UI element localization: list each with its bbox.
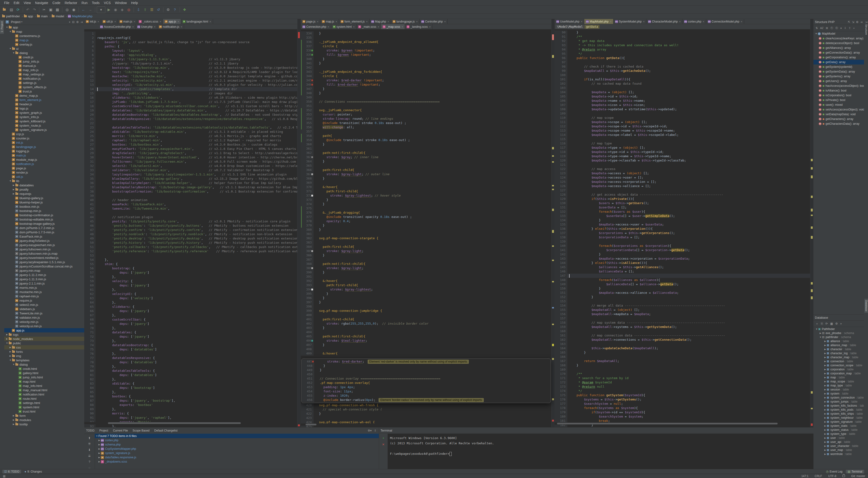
- expanded-arrow-icon[interactable]: ▼: [12, 363, 15, 365]
- tree-file-map_manual.html[interactable]: Hmap_manual.html: [4, 388, 84, 392]
- code-line-375[interactable]: 375: [301, 206, 555, 211]
- code-line-448[interactable]: 448 }: [302, 364, 551, 368]
- toolwindow-button-terminal[interactable]: ▤Terminal: [846, 470, 864, 474]
- code-line-382[interactable]: 382 svg.pf-map-connection-stargate {: [301, 236, 555, 241]
- tree-file-blueimp-helper.js[interactable]: JSblueimp-helper.js: [4, 200, 84, 204]
- code-line-344[interactable]: 344 circle {: [301, 74, 555, 78]
- table-system_neighbour[interactable]: ▶▦system_neighbour: table: [813, 416, 864, 420]
- code-line-97[interactable]: 97: [555, 60, 813, 64]
- code-line-94[interactable]: 94 * @return array: [555, 47, 813, 52]
- collapsed-arrow-icon[interactable]: ▶: [824, 388, 827, 391]
- scrollbar-thumb[interactable]: [306, 424, 316, 425]
- run-coverage-icon[interactable]: ◍: [126, 7, 132, 13]
- line-number[interactable]: 159: [555, 325, 567, 329]
- line-number[interactable]: 54: [84, 258, 95, 262]
- line-number[interactable]: 160: [555, 329, 567, 333]
- code-line-356[interactable]: 356 will-change: all;: [301, 125, 555, 129]
- structure-tool-icon[interactable]: ⇧: [848, 27, 851, 30]
- close-icon[interactable]: [328, 25, 329, 28]
- code-line-353[interactable]: 353 cursor: pointer;: [301, 113, 555, 117]
- line-number[interactable]: 83: [84, 382, 95, 386]
- line-number[interactable]: 334: [301, 31, 313, 36]
- code-line-385[interactable]: 385 stroke: $gray-light;: [301, 249, 555, 253]
- tab-page.js[interactable]: JSpage.js: [301, 19, 320, 24]
- tree-folder-templates[interactable]: ▼templates: [4, 358, 84, 362]
- structure-method-clearAccess[interactable]: mclearAccess(clearKeys: array): [813, 36, 864, 41]
- line-number[interactable]: 123: [555, 171, 567, 176]
- code-line-90[interactable]: 90 }: [555, 30, 813, 35]
- line-number[interactable]: 126: [555, 184, 567, 188]
- structure-tool-icon[interactable]: ⇩: [844, 27, 846, 30]
- structure-header-icon[interactable]: ⇲: [852, 21, 854, 24]
- expanded-arrow-icon[interactable]: ▼: [9, 47, 11, 50]
- line-number[interactable]: 363: [301, 155, 313, 159]
- code-line-45[interactable]: 45 pnotify: 'lib/pnotify/pnotify.core', …: [84, 219, 301, 224]
- scrollbar-thumb[interactable]: [557, 423, 778, 424]
- menu-item-edit[interactable]: Edit: [11, 0, 22, 5]
- tree-file-system_route.js[interactable]: JSsystem_route.js: [4, 123, 84, 128]
- tree-file-velocity.min.js[interactable]: 10velocity.min.js: [4, 320, 84, 324]
- line-number[interactable]: 384: [301, 245, 313, 249]
- tree-folder-lib[interactable]: ▼lib: [4, 179, 84, 183]
- line-number[interactable]: 375: [301, 206, 313, 211]
- code-line-451[interactable]: 451 // Connection overlay ==============…: [302, 377, 551, 381]
- vcs-commit-icon[interactable]: ⇧: [142, 7, 148, 13]
- collapsed-arrow-icon[interactable]: ▶: [12, 188, 15, 191]
- menu-item-view[interactable]: View: [22, 0, 33, 5]
- tree-file-app.js[interactable]: JSapp.js: [4, 328, 84, 332]
- tree-file-route.html[interactable]: Hroute.html: [4, 396, 84, 401]
- close-icon[interactable]: [97, 20, 99, 23]
- line-number[interactable]: 13: [84, 83, 95, 87]
- line-number[interactable]: 132: [555, 210, 567, 214]
- tab-CharacterModel.php[interactable]: phpCharacterModel.php: [646, 19, 682, 24]
- collapsed-arrow-icon[interactable]: ▶: [9, 350, 11, 353]
- collapsed-arrow-icon[interactable]: ▶: [6, 338, 8, 340]
- line-number[interactable]: 111: [555, 120, 567, 124]
- database-tool-icon[interactable]: ⚙: [835, 322, 838, 325]
- code-line-44[interactable]: 44 // notification plugin: [84, 215, 301, 219]
- tree-file-system_signature.js[interactable]: JSsystem_signature.js: [4, 128, 84, 132]
- line-number[interactable]: 72: [84, 334, 95, 339]
- code-line-138[interactable]: 138 $corporationData = [];: [555, 235, 813, 240]
- code-line-154[interactable]: 154 // merge all data ------------------…: [555, 304, 813, 308]
- close-icon[interactable]: [741, 20, 742, 23]
- code-line-377[interactable]: 377 @include transition( opacity 0.18s e…: [301, 215, 555, 219]
- file-encoding[interactable]: UTF-8: [828, 474, 836, 478]
- line-number[interactable]: 98: [555, 64, 567, 69]
- close-icon[interactable]: [581, 20, 582, 23]
- tree-file-util.js[interactable]: JSutil.js: [4, 174, 84, 179]
- tree-file-jquery.min.map[interactable]: {}jquery.min.map: [4, 268, 84, 273]
- code-line-80[interactable]: 80 datatablesTableTools: {: [84, 369, 301, 373]
- line-number[interactable]: 14: [84, 87, 95, 91]
- code-line-112[interactable]: 112 $mapData->scope->id = $this->scopeId…: [555, 124, 813, 128]
- structure-header-icon[interactable]: ⚙: [856, 21, 859, 24]
- tree-folder-pnotify[interactable]: ▶pnotify: [4, 187, 84, 192]
- line-number[interactable]: 146: [555, 269, 567, 274]
- close-icon[interactable]: [366, 20, 368, 23]
- breadcrumb-item-app[interactable]: app: [24, 14, 33, 18]
- code-line-87[interactable]: 87 deps: ['jquery', 'bootstrap'],: [84, 399, 301, 403]
- line-number[interactable]: 117: [555, 146, 567, 150]
- menu-item-run[interactable]: Run: [79, 0, 90, 5]
- line-number[interactable]: 376: [301, 211, 313, 215]
- close-icon[interactable]: [132, 25, 133, 28]
- line-number[interactable]: 1: [84, 32, 95, 36]
- code-line-152[interactable]: 152 }: [555, 295, 813, 299]
- structure-method-save[interactable]: msave(): mixed: [813, 102, 864, 107]
- line-number[interactable]: 365: [301, 164, 313, 168]
- code-line-143[interactable]: 143 $mapData->access->corporation = $cor…: [555, 257, 813, 261]
- code-line-57[interactable]: 57 deps: ['jquery']: [84, 270, 301, 275]
- tree-folder-logs[interactable]: ▶logs: [4, 332, 84, 337]
- line-number[interactable]: 74: [84, 343, 95, 347]
- code-line-391[interactable]: 391: [301, 275, 555, 279]
- line-number[interactable]: 349: [301, 95, 313, 100]
- table-user_character[interactable]: ▶▦user_character: table: [813, 444, 864, 448]
- tree-file-bootstrap-confirmation.js[interactable]: JSbootstrap-confirmation.js: [4, 213, 84, 217]
- line-number[interactable]: 86: [84, 394, 95, 399]
- line-number[interactable]: 158: [555, 321, 567, 325]
- line-number[interactable]: 389: [301, 266, 313, 270]
- collapsed-arrow-icon[interactable]: ▶: [824, 392, 827, 395]
- collapsed-arrow-icon[interactable]: ▶: [9, 355, 11, 357]
- schema-pathfinder[interactable]: ▼▤pathfinder: schema: [813, 335, 864, 339]
- structure-tool-icon[interactable]: ⇅: [815, 27, 818, 30]
